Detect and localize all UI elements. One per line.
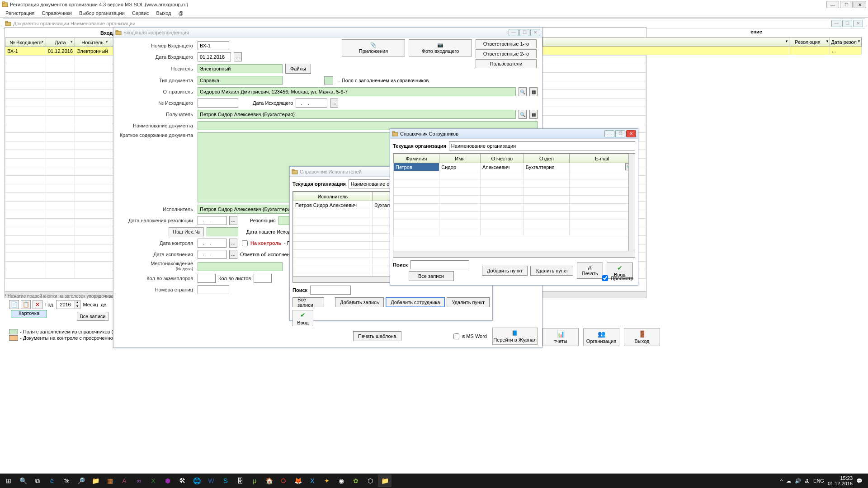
magnifier-icon[interactable]: 🔎 <box>74 474 88 487</box>
carrier-input[interactable] <box>198 64 283 73</box>
emp-hscroll[interactable] <box>393 251 635 257</box>
col-num[interactable]: № Входящего▼ <box>5 38 46 47</box>
app-icon[interactable]: ⬢ <box>161 474 175 487</box>
resp2-button[interactable]: Ответственные 2-го уровня <box>476 49 537 58</box>
res-date-input[interactable] <box>198 216 226 225</box>
date-out-ext-input[interactable] <box>296 99 327 108</box>
all-records-button[interactable]: Все записи <box>77 312 108 321</box>
date-picker-button[interactable]: … <box>229 239 237 248</box>
emp-col-email[interactable]: E-mail <box>570 154 635 163</box>
tray-cloud-icon[interactable]: ☁ <box>786 478 791 484</box>
tray-notifications-icon[interactable]: 💬 <box>856 478 863 484</box>
photo-button[interactable]: 📷 Фото входящего <box>409 39 472 56</box>
dropdown-icon[interactable]: ▼ <box>41 40 44 44</box>
menu-registration[interactable]: Регистрация <box>2 9 38 17</box>
edge-icon[interactable]: e <box>45 474 59 487</box>
num-out-ext-input[interactable] <box>198 99 238 108</box>
card-button[interactable]: Карточка <box>11 310 47 318</box>
store-icon[interactable]: 🛍 <box>60 474 73 487</box>
spin-up[interactable]: ▲ <box>75 300 80 305</box>
maximize-button[interactable]: ☐ <box>840 1 853 8</box>
emp-col-lastname[interactable]: Фамилия <box>394 154 439 163</box>
emp-row[interactable] <box>394 212 635 220</box>
exec-search-input[interactable] <box>310 286 351 295</box>
emp-col-firstname[interactable]: Имя <box>439 154 481 163</box>
doc-type-input[interactable] <box>198 76 283 85</box>
recipient-input[interactable] <box>198 110 516 119</box>
tools-icon[interactable]: 🛠 <box>175 474 189 487</box>
menu-exit[interactable]: Выход <box>153 9 175 17</box>
date-picker-button[interactable]: … <box>229 216 237 225</box>
emp-row[interactable] <box>394 196 635 204</box>
mdi-close-button[interactable]: ✕ <box>853 20 863 27</box>
col-blank[interactable]: ▼ <box>543 38 789 47</box>
organization-button[interactable]: 👥Организация <box>583 328 619 346</box>
mdi-max-button[interactable]: ☐ <box>842 20 852 27</box>
emp-col-dept[interactable]: Отдел <box>524 154 569 163</box>
emp-row[interactable] <box>394 204 635 212</box>
firefox-icon[interactable]: 🦊 <box>291 474 305 487</box>
exec-date-input[interactable] <box>198 250 226 259</box>
files-button[interactable]: Файлы <box>285 64 311 74</box>
date-in-input[interactable] <box>198 52 231 61</box>
menu-about[interactable]: @ <box>175 9 187 17</box>
menu-references[interactable]: Справочники <box>38 9 75 17</box>
spin-down[interactable]: ▼ <box>75 305 80 309</box>
opera-icon[interactable]: O <box>277 474 290 487</box>
new-doc-button[interactable]: 📄 <box>9 300 19 309</box>
in-msword-checkbox[interactable]: в MS Word <box>452 332 487 341</box>
emp-row[interactable] <box>394 179 635 188</box>
word-icon[interactable]: W <box>204 474 218 487</box>
users-button[interactable]: Пользователи <box>476 59 537 68</box>
exec-add-record-button[interactable]: Добавить запись <box>335 297 384 307</box>
db-icon[interactable]: 🗄 <box>233 474 247 487</box>
emp-row[interactable] <box>394 171 635 179</box>
emp-row[interactable] <box>394 228 635 236</box>
col-date[interactable]: Дата▼ <box>46 38 75 47</box>
chrome-icon[interactable]: ◉ <box>335 474 348 487</box>
access-icon[interactable]: A <box>118 474 131 487</box>
emp-view-checkbox[interactable]: Просмотр <box>600 274 633 282</box>
tray-up-icon[interactable]: ^ <box>780 478 783 483</box>
xdk-icon[interactable]: X <box>306 474 319 487</box>
year-input[interactable] <box>57 300 75 309</box>
exec-delete-button[interactable]: Удалить пункт <box>447 297 490 307</box>
emp-max-button[interactable]: ☐ <box>615 130 625 137</box>
date-picker-button[interactable]: … <box>234 52 242 61</box>
date-picker-button[interactable]: … <box>229 250 237 259</box>
browser-icon[interactable]: 🌐 <box>190 474 203 487</box>
col-resolution[interactable]: Резолюция▼ <box>789 38 830 47</box>
emp-row-selected[interactable]: Петров Сидор Алексеевич Бухгалтерия 🔍 <box>394 163 635 171</box>
form-min-button[interactable]: — <box>509 29 519 36</box>
green-app-icon[interactable]: ✿ <box>349 474 363 487</box>
emp-row[interactable] <box>394 188 635 196</box>
on-control-checkbox[interactable]: На контроль <box>240 239 281 248</box>
explorer-icon[interactable]: 📁 <box>89 474 102 487</box>
office-icon[interactable]: ▦ <box>103 474 117 487</box>
emp-org-input[interactable] <box>449 141 635 150</box>
exec-enter-button[interactable]: ✔ Ввод <box>292 310 313 326</box>
vs-icon[interactable]: ∞ <box>132 474 146 487</box>
excel-icon[interactable]: X <box>146 474 160 487</box>
emp-col-patronymic[interactable]: Отчество <box>480 154 524 163</box>
task-view-icon[interactable]: ⧉ <box>31 474 44 487</box>
exec-col-name[interactable]: Исполнитель <box>293 192 373 201</box>
pages-input[interactable] <box>198 285 229 294</box>
attachments-button[interactable]: 📎 Приложения <box>342 39 405 56</box>
tray-lang[interactable]: ENG <box>813 478 824 483</box>
menu-service[interactable]: Сервис <box>128 9 153 17</box>
sender-input[interactable] <box>198 87 516 96</box>
mdi-min-button[interactable]: — <box>831 20 841 27</box>
search-icon[interactable]: 🔍 <box>16 474 30 487</box>
utorrent-icon[interactable]: μ <box>248 474 261 487</box>
emp-row[interactable] <box>394 220 635 228</box>
our-out-num-input[interactable] <box>207 227 238 236</box>
reports-button[interactable]: 📊тчеты <box>542 328 579 346</box>
control-date-input[interactable] <box>198 239 226 248</box>
print-template-button[interactable]: Печать шаблона <box>353 331 401 341</box>
tray-volume-icon[interactable]: 🔊 <box>795 478 801 484</box>
emp-close-button[interactable]: ✕ <box>626 130 636 137</box>
date-picker-button[interactable]: … <box>330 99 338 108</box>
to-journal-button[interactable]: 📘 Перейти в Журнал <box>492 328 538 345</box>
copies-input[interactable] <box>198 274 216 283</box>
